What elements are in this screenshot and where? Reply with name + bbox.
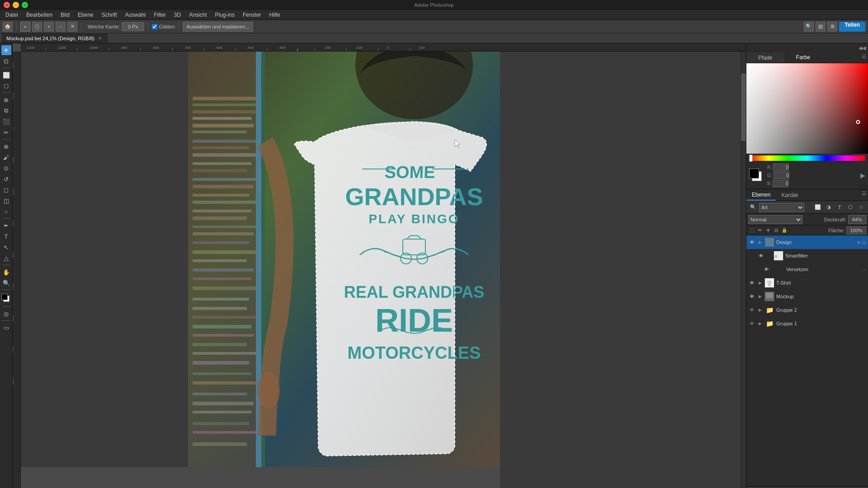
menu-bearbeiten[interactable]: Bearbeiten: [23, 11, 56, 19]
add-anchor-btn[interactable]: +: [44, 22, 54, 32]
subtract-anchor-btn[interactable]: −: [56, 22, 66, 32]
hand-tool[interactable]: ✋: [1, 267, 11, 277]
clone-stamp-tool[interactable]: ⊙: [1, 163, 11, 173]
arrange-btn[interactable]: ⊞: [827, 22, 837, 32]
visibility-gruppe2[interactable]: 👁: [748, 306, 755, 314]
visibility-smartfilter[interactable]: 👁: [757, 252, 764, 259]
history-brush-tool[interactable]: ↺: [1, 174, 11, 184]
intersect-btn[interactable]: ✕: [67, 22, 77, 32]
hue-slider[interactable]: [749, 155, 865, 161]
document-tab-close[interactable]: ✕: [97, 36, 103, 41]
path-selection-tool[interactable]: ↖: [1, 242, 11, 252]
lock-position-btn[interactable]: ✛: [764, 227, 772, 234]
layers-panel-menu[interactable]: ☰: [860, 189, 868, 197]
canvas-content[interactable]: SOME GRANDPAS PLAY BINGO: [21, 52, 746, 488]
visibility-versetzen[interactable]: 👁: [763, 266, 770, 273]
shape-layer-filter[interactable]: ⬡: [845, 203, 855, 212]
tshirt-canvas[interactable]: SOME GRANDPAS PLAY BINGO: [188, 52, 500, 467]
eraser-tool[interactable]: ◻: [1, 185, 11, 195]
zoom-tool[interactable]: 🔍: [1, 278, 11, 288]
layer-item-smartfilter[interactable]: 👁 G Smartfilter: [746, 249, 868, 263]
color-swatches-widget[interactable]: [749, 169, 765, 182]
menu-ebene[interactable]: Ebene: [74, 11, 97, 19]
expand-design[interactable]: ▶: [757, 240, 763, 244]
close-button[interactable]: ✕: [4, 2, 10, 8]
lasso-tool[interactable]: ⬡: [1, 81, 11, 91]
home-button[interactable]: 🏠: [3, 22, 13, 32]
share-button[interactable]: Teilen: [839, 22, 865, 32]
lock-pixels-btn[interactable]: ✏: [756, 227, 764, 234]
layer-item-mockup[interactable]: 👁 ▶ G Mockup: [746, 290, 868, 303]
filter-type-select[interactable]: Art: [759, 203, 804, 212]
layer-item-versetzen[interactable]: 👁 Versetzen →: [746, 263, 868, 276]
kanale-tab[interactable]: Kanäle: [776, 189, 803, 201]
move-tool[interactable]: ✛: [1, 45, 11, 55]
rectangular-marquee-tool[interactable]: ⬜: [1, 70, 11, 80]
color-panel-menu[interactable]: ☰: [860, 52, 868, 61]
gradient-tool[interactable]: ◫: [1, 196, 11, 206]
color-gradient-picker[interactable]: [746, 63, 868, 154]
blend-mode-select[interactable]: Normal: [748, 215, 802, 224]
vertical-scrollbar[interactable]: [741, 52, 746, 488]
expand-mockup[interactable]: ▶: [757, 294, 763, 299]
expand-gruppe2[interactable]: ▶: [757, 308, 763, 312]
menu-datei[interactable]: Datei: [2, 11, 22, 19]
adjustment-layer-filter[interactable]: ◑: [824, 203, 834, 212]
layer-item-gruppe2[interactable]: 👁 ▶ 📁 Gruppe 2: [746, 303, 868, 317]
menu-ansicht[interactable]: Ansicht: [185, 11, 210, 19]
collapse-panel-icon[interactable]: ◀◀: [858, 44, 866, 52]
search-button[interactable]: 🔍: [804, 22, 814, 32]
farbe-tab[interactable]: Farbe: [784, 52, 822, 63]
brush-tool[interactable]: 🖌: [1, 152, 11, 162]
expand-color-arrow[interactable]: ▶: [860, 172, 865, 179]
menu-auswahl[interactable]: Auswahl: [122, 11, 149, 19]
quick-selection-tool[interactable]: ⊕: [1, 95, 11, 105]
r-input[interactable]: [773, 164, 789, 171]
shape-tool[interactable]: △: [1, 253, 11, 263]
visibility-mockup[interactable]: 👁: [748, 293, 755, 300]
layer-item-design[interactable]: 👁 ▶ G Design ⊕ ◎: [746, 235, 868, 249]
lasso-tool-btn[interactable]: ⬡: [32, 22, 42, 32]
eyedropper-tool[interactable]: ✏: [1, 127, 11, 137]
color-swatches[interactable]: [1, 294, 11, 305]
flache-input[interactable]: [846, 226, 866, 235]
dodge-tool[interactable]: ○: [1, 206, 11, 216]
rectangular-marquee-btn[interactable]: ▪: [20, 22, 30, 32]
expand-gruppe1[interactable]: ▶: [757, 321, 763, 326]
lock-all-btn[interactable]: 🔒: [781, 227, 788, 234]
b-input[interactable]: [773, 180, 788, 187]
pixel-layer-filter[interactable]: ⬜: [813, 203, 823, 212]
visibility-design[interactable]: 👁: [748, 239, 755, 246]
auswahl-maskieren-button[interactable]: Auswählen und maskieren...: [183, 22, 253, 32]
menu-plugins[interactable]: Plug-ins: [212, 11, 238, 19]
fg-color-swatch[interactable]: [749, 169, 759, 178]
minimize-button[interactable]: −: [13, 2, 19, 8]
menu-fenster[interactable]: Fenster: [239, 11, 265, 19]
menu-schrift[interactable]: Schrift: [98, 11, 121, 19]
pfade-tab[interactable]: Pfade: [746, 52, 784, 63]
menu-hilfe[interactable]: Hilfe: [266, 11, 284, 19]
menu-filter[interactable]: Filter: [150, 11, 170, 19]
window-controls[interactable]: ✕ − +: [4, 2, 28, 8]
pen-tool[interactable]: ✒: [1, 221, 11, 230]
crop-tool[interactable]: ⧉: [1, 106, 11, 116]
spot-healing-tool[interactable]: ⊗: [1, 141, 11, 151]
glatten-checkbox[interactable]: Glätten: [152, 24, 175, 29]
g-input[interactable]: [774, 172, 789, 179]
color-picker-area[interactable]: R: G: B: ▶: [746, 63, 868, 189]
lock-transparent-btn[interactable]: ⬚: [748, 227, 755, 234]
type-layer-filter[interactable]: T: [835, 203, 844, 212]
visibility-tshirt[interactable]: 👁: [748, 279, 755, 286]
lock-artboard-btn[interactable]: ⊡: [773, 227, 780, 234]
ebenen-tab[interactable]: Ebenen: [746, 189, 776, 201]
frame-tool[interactable]: ⬛: [1, 117, 11, 127]
weiche-kante-input[interactable]: [122, 22, 144, 31]
color-picker-cursor[interactable]: [856, 120, 860, 124]
vertical-scrollbar-thumb[interactable]: [741, 74, 746, 141]
view-btn[interactable]: ▤: [816, 22, 826, 32]
layer-item-tshirt[interactable]: 👁 ▶ T-Shirt: [746, 276, 868, 290]
layer-item-gruppe1[interactable]: 👁 ▶ 📁 Gruppe 1: [746, 317, 868, 330]
canvas-area[interactable]: -1200 -1100 -1000 -900 -800 -700 -600 -5…: [13, 43, 746, 488]
visibility-gruppe1[interactable]: 👁: [748, 320, 755, 327]
search-layers-icon[interactable]: 🔍: [748, 203, 758, 212]
